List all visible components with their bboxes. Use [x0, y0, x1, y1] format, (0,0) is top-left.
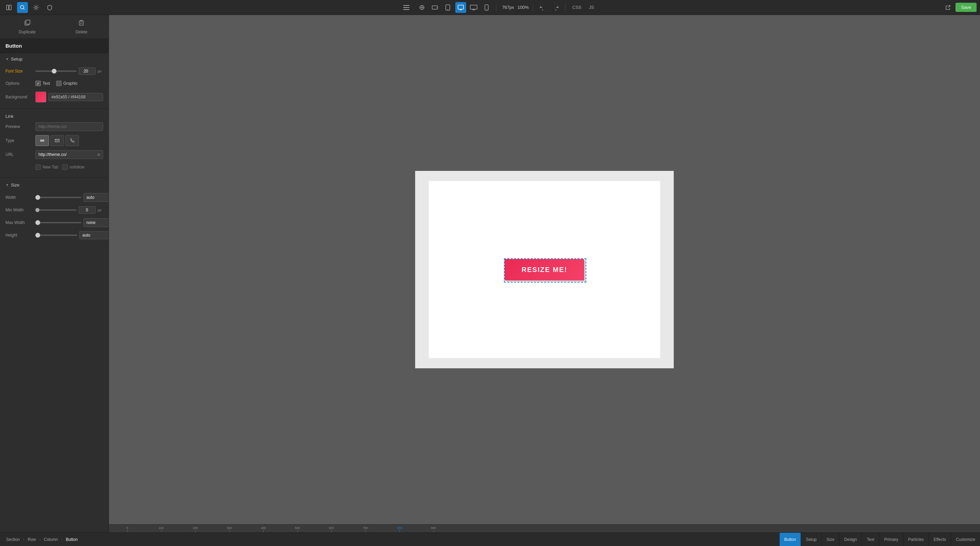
breadcrumb-section[interactable]: Section — [3, 537, 22, 542]
graphic-checkbox[interactable] — [56, 81, 62, 86]
type-email-button[interactable] — [50, 135, 64, 146]
delete-button[interactable]: Delete — [54, 15, 109, 38]
ruler-mark-700: 700 — [348, 526, 382, 532]
breadcrumb-arrow-2: › — [39, 538, 40, 541]
tab-text-label: Text — [867, 537, 874, 542]
tab-primary[interactable]: Primary — [879, 533, 903, 546]
size-section-header[interactable]: ▼ Size — [0, 179, 108, 191]
tab-text[interactable]: Text — [862, 533, 879, 546]
device-controls: 767px 100% CSS JS — [58, 2, 940, 13]
max-width-slider-track[interactable] — [35, 222, 81, 223]
external-link-button[interactable] — [943, 2, 953, 13]
max-width-input[interactable] — [84, 219, 109, 226]
breadcrumb-area: Section › Row › Column › Button — [0, 537, 84, 542]
svg-point-17 — [447, 9, 448, 10]
min-width-slider-thumb[interactable] — [35, 208, 40, 212]
shield-button[interactable] — [44, 2, 55, 13]
height-slider-thumb[interactable] — [35, 233, 40, 237]
panel-top-actions: Duplicate Delete — [0, 15, 108, 39]
text-checkbox[interactable] — [35, 81, 41, 86]
height-slider-track[interactable] — [35, 234, 77, 236]
tab-size[interactable]: Size — [821, 533, 839, 546]
tablet-button[interactable] — [442, 2, 453, 13]
breadcrumb-button[interactable]: Button — [63, 537, 80, 542]
tab-button[interactable]: Button — [779, 533, 801, 546]
newtab-checkbox[interactable] — [35, 164, 41, 170]
url-input[interactable] — [36, 151, 95, 158]
settings-button[interactable] — [30, 2, 41, 13]
height-input[interactable] — [80, 231, 109, 239]
divider-2 — [0, 177, 108, 178]
mobile-landscape-button[interactable] — [430, 2, 440, 13]
nofollow-checkbox[interactable] — [62, 164, 68, 170]
panel-title-text: Button — [5, 43, 22, 49]
css-button[interactable]: CSS — [570, 3, 584, 11]
duplicate-button[interactable]: Duplicate — [0, 15, 54, 38]
min-width-input[interactable] — [79, 206, 95, 214]
breadcrumb-row[interactable]: Row — [25, 537, 38, 542]
type-phone-button[interactable] — [65, 135, 79, 146]
setup-section-header[interactable]: ▼ Setup — [0, 53, 108, 65]
svg-point-25 — [487, 9, 487, 10]
max-width-slider-thumb[interactable] — [35, 220, 40, 225]
size-label: Size — [11, 183, 19, 188]
svg-rect-30 — [26, 20, 30, 24]
min-width-slider-track[interactable] — [35, 209, 76, 211]
panel-title: Button — [0, 39, 108, 53]
tab-setup[interactable]: Setup — [801, 533, 821, 546]
redo-button[interactable] — [550, 2, 561, 13]
js-button[interactable]: JS — [586, 3, 597, 11]
undo-button[interactable] — [537, 2, 548, 13]
bottom-tabs: Button Setup Size Design Text Primary Pa… — [779, 533, 980, 546]
url-controls: ≡ — [35, 150, 103, 159]
svg-point-4 — [35, 6, 37, 8]
save-button[interactable]: Save — [956, 3, 977, 12]
background-color-value[interactable]: #e92a55 / #f44168 — [48, 93, 103, 101]
search-button[interactable] — [17, 2, 28, 13]
tab-effects[interactable]: Effects — [929, 533, 951, 546]
preview-input[interactable] — [35, 122, 103, 131]
delete-icon — [78, 19, 85, 28]
desktop-button[interactable] — [455, 2, 466, 13]
ruler-mark-900: 900 — [417, 526, 450, 532]
tab-design[interactable]: Design — [839, 533, 862, 546]
setup-section: ▼ Setup Font Size px Options — [0, 53, 108, 107]
ruler-mark-line-500 — [298, 530, 298, 532]
font-size-row: Font Size px — [0, 65, 108, 77]
width-slider-thumb[interactable] — [35, 195, 40, 200]
link-label: Link — [0, 110, 108, 120]
mobile-button[interactable] — [481, 2, 492, 13]
font-size-slider-thumb[interactable] — [52, 69, 56, 73]
ruler-mark-600: 600 — [314, 526, 348, 532]
tab-particles[interactable]: Particles — [903, 533, 929, 546]
background-color-swatch[interactable] — [35, 92, 46, 102]
breadcrumb-button-label: Button — [66, 537, 78, 542]
canvas-button[interactable]: RESIZE ME! — [504, 259, 584, 280]
nofollow-label: nofollow — [69, 165, 84, 170]
wide-desktop-button[interactable] — [468, 2, 479, 13]
layers-device-button[interactable] — [417, 2, 427, 13]
width-input[interactable] — [84, 194, 109, 201]
panel-toggle-button[interactable] — [3, 2, 14, 13]
tab-customize[interactable]: Customize — [951, 533, 980, 546]
width-slider-track[interactable] — [35, 197, 81, 198]
newtab-label: New Tab — [43, 165, 58, 170]
url-row: URL ≡ — [0, 148, 108, 161]
ruler-mark-500: 500 — [280, 526, 314, 532]
canvas-scroll[interactable]: RESIZE ME! — [109, 15, 980, 524]
height-controls — [35, 231, 109, 239]
type-link-button[interactable] — [35, 135, 49, 146]
ruler-mark-line-400 — [263, 530, 264, 532]
hamburger-button[interactable] — [401, 2, 412, 13]
font-size-slider-track[interactable] — [35, 70, 76, 72]
breadcrumb-row-label: Row — [27, 537, 36, 542]
ruler-mark-100: 100 — [144, 526, 178, 532]
font-size-input[interactable] — [79, 67, 95, 75]
setup-arrow-icon: ▼ — [5, 57, 9, 61]
svg-point-9 — [421, 7, 423, 8]
tab-particles-label: Particles — [908, 537, 924, 542]
url-clear-button[interactable]: ≡ — [95, 150, 103, 159]
breadcrumb-column[interactable]: Column — [41, 537, 60, 542]
ruler-mark-800: 800 — [382, 526, 417, 532]
svg-rect-21 — [470, 5, 477, 9]
